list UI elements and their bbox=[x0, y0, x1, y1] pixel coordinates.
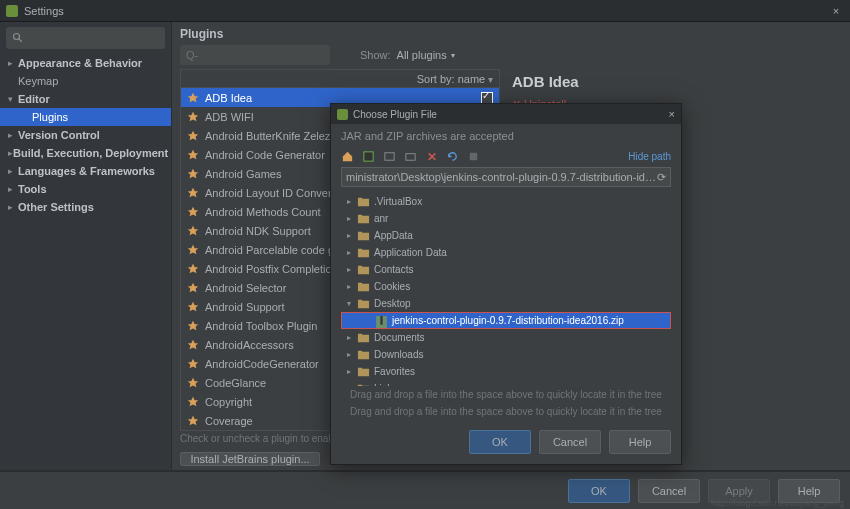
folder-row[interactable]: ▸Application Data bbox=[341, 244, 671, 261]
new-folder-icon[interactable] bbox=[404, 150, 417, 163]
tree-arrow-icon: ▸ bbox=[347, 350, 357, 359]
plugin-name: Android Selector bbox=[205, 282, 286, 294]
svg-rect-5 bbox=[470, 153, 477, 160]
show-label: Show: bbox=[360, 49, 391, 61]
folder-icon bbox=[357, 247, 370, 258]
sidebar-item-tools[interactable]: ▸Tools bbox=[0, 180, 171, 198]
svg-rect-3 bbox=[385, 153, 394, 160]
folder-row[interactable]: ▸.VirtualBox bbox=[341, 193, 671, 210]
svg-line-1 bbox=[19, 39, 22, 42]
plugin-icon bbox=[187, 244, 199, 256]
delete-icon[interactable]: ✕ bbox=[425, 150, 438, 163]
window-titlebar[interactable]: Settings × bbox=[0, 0, 850, 22]
path-reload-icon[interactable]: ⟳ bbox=[657, 171, 666, 184]
folder-row[interactable]: ▸anr bbox=[341, 210, 671, 227]
file-name: Downloads bbox=[374, 349, 423, 360]
folder-row[interactable]: ▸Cookies bbox=[341, 278, 671, 295]
project-icon[interactable] bbox=[362, 150, 375, 163]
folder-icon bbox=[357, 349, 370, 360]
folder-row[interactable]: ▸Documents bbox=[341, 329, 671, 346]
sidebar-item-plugins[interactable]: Plugins bbox=[0, 108, 171, 126]
module-icon[interactable] bbox=[383, 150, 396, 163]
install-jetbrains-plugin-button[interactable]: Install JetBrains plugin... bbox=[180, 452, 320, 466]
folder-row[interactable]: ▸Favorites bbox=[341, 363, 671, 380]
plugin-checkbox[interactable] bbox=[481, 92, 493, 104]
dialog-app-icon bbox=[337, 109, 348, 120]
install-btn-label: Install JetBrains plugin... bbox=[190, 453, 309, 465]
drop-hint: Drag and drop a file into the space abov… bbox=[331, 386, 681, 403]
dialog-close-icon[interactable]: × bbox=[669, 108, 675, 120]
plugin-icon bbox=[187, 92, 199, 104]
folder-icon bbox=[357, 298, 370, 309]
show-combo[interactable]: All plugins ▾ bbox=[397, 49, 455, 61]
plugin-icon bbox=[187, 149, 199, 161]
tree-arrow-icon: ▸ bbox=[347, 197, 357, 206]
sidebar-item-build-execution-deployment[interactable]: ▸Build, Execution, Deployment bbox=[0, 144, 171, 162]
plugin-name: CodeGlance bbox=[205, 377, 266, 389]
file-row[interactable]: jenkins-control-plugin-0.9.7-distributio… bbox=[341, 312, 671, 329]
tree-arrow-icon: ▸ bbox=[8, 130, 18, 140]
refresh-icon[interactable] bbox=[446, 150, 459, 163]
tree-arrow-icon: ▸ bbox=[347, 265, 357, 274]
dialog-message: JAR and ZIP archives are accepted bbox=[331, 124, 681, 148]
folder-row[interactable]: ▸AppData bbox=[341, 227, 671, 244]
dialog-title: Choose Plugin File bbox=[353, 109, 437, 120]
dialog-titlebar[interactable]: Choose Plugin File × bbox=[331, 104, 681, 124]
file-name: anr bbox=[374, 213, 388, 224]
sidebar-item-appearance-behavior[interactable]: ▸Appearance & Behavior bbox=[0, 54, 171, 72]
plugin-icon bbox=[187, 358, 199, 370]
sidebar-item-other-settings[interactable]: ▸Other Settings bbox=[0, 198, 171, 216]
tree-arrow-icon: ▾ bbox=[8, 94, 18, 104]
plugin-icon bbox=[187, 187, 199, 199]
hide-path-link[interactable]: Hide path bbox=[628, 151, 671, 162]
tree-arrow-icon: ▸ bbox=[347, 367, 357, 376]
sidebar-item-keymap[interactable]: Keymap bbox=[0, 72, 171, 90]
tree-arrow-icon: ▸ bbox=[347, 248, 357, 257]
tree-arrow-icon: ▸ bbox=[347, 282, 357, 291]
folder-icon bbox=[357, 230, 370, 241]
svg-rect-4 bbox=[406, 154, 415, 161]
dialog-help-button[interactable]: Help bbox=[609, 430, 671, 454]
folder-row[interactable]: ▸Contacts bbox=[341, 261, 671, 278]
plugin-icon bbox=[187, 320, 199, 332]
plugin-name: Android Code Generator bbox=[205, 149, 325, 161]
dialog-file-tree[interactable]: ▸.VirtualBox▸anr▸AppData▸Application Dat… bbox=[341, 193, 671, 386]
svg-point-0 bbox=[14, 34, 20, 40]
path-field[interactable]: ministrator\Desktop\jenkins-control-plug… bbox=[341, 167, 671, 187]
plugin-icon bbox=[187, 339, 199, 351]
folder-icon bbox=[357, 264, 370, 275]
folder-row[interactable]: ▾Desktop bbox=[341, 295, 671, 312]
cancel-button[interactable]: Cancel bbox=[638, 479, 700, 503]
sidebar-item-label: Version Control bbox=[18, 129, 100, 141]
sidebar-item-label: Build, Execution, Deployment bbox=[13, 147, 168, 159]
file-name: AppData bbox=[374, 230, 413, 241]
sidebar-search[interactable] bbox=[6, 27, 165, 49]
dialog-ok-button[interactable]: OK bbox=[469, 430, 531, 454]
dialog-cancel-button[interactable]: Cancel bbox=[539, 430, 601, 454]
file-name: .VirtualBox bbox=[374, 196, 422, 207]
archive-icon bbox=[375, 315, 388, 326]
sidebar-item-label: Tools bbox=[18, 183, 47, 195]
plugin-search[interactable]: Q- bbox=[180, 45, 330, 65]
sort-bar[interactable]: Sort by: name ▾ bbox=[181, 70, 499, 88]
tree-arrow-icon: ▸ bbox=[8, 166, 18, 176]
plugin-name: Android Games bbox=[205, 168, 281, 180]
window-close-icon[interactable]: × bbox=[828, 5, 844, 17]
sidebar-item-version-control[interactable]: ▸Version Control bbox=[0, 126, 171, 144]
sidebar-item-languages-frameworks[interactable]: ▸Languages & Frameworks bbox=[0, 162, 171, 180]
home-icon[interactable] bbox=[341, 150, 354, 163]
folder-row[interactable]: ▸Downloads bbox=[341, 346, 671, 363]
show-hidden-icon[interactable] bbox=[467, 150, 480, 163]
plugin-icon bbox=[187, 282, 199, 294]
folder-icon bbox=[357, 196, 370, 207]
ok-button[interactable]: OK bbox=[568, 479, 630, 503]
plugin-icon bbox=[187, 415, 199, 427]
sidebar-item-editor[interactable]: ▾Editor bbox=[0, 90, 171, 108]
sidebar-item-label: Other Settings bbox=[18, 201, 94, 213]
plugin-name: AndroidAccessors bbox=[205, 339, 294, 351]
tree-arrow-icon: ▸ bbox=[8, 202, 18, 212]
tree-arrow-icon: ▸ bbox=[8, 58, 18, 68]
sidebar-item-label: Keymap bbox=[18, 75, 58, 87]
plugin-name: ADB Idea bbox=[205, 92, 252, 104]
file-name: Desktop bbox=[374, 298, 411, 309]
